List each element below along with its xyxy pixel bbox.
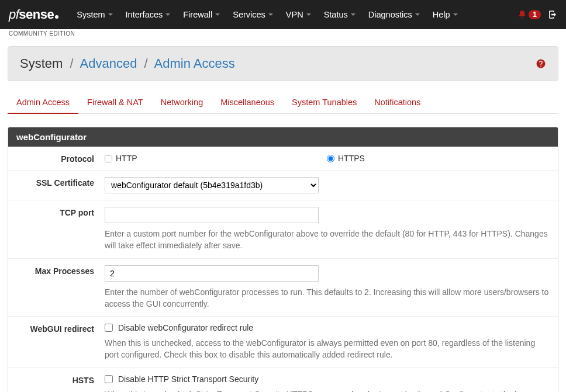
caret-down-icon (165, 13, 170, 16)
tab-label: Notifications (374, 98, 420, 107)
maxproc-help-text: Enter the number of webConfigurator proc… (105, 286, 549, 310)
main-nav: System Interfaces Firewall Services VPN … (70, 1, 464, 28)
nav-label: Diagnostics (368, 10, 412, 19)
nav-label: Firewall (183, 10, 212, 19)
tab-label: Miscellaneous (220, 98, 274, 107)
label-hsts: HSTS (8, 374, 105, 392)
crumb-admin-access[interactable]: Admin Access (154, 56, 235, 71)
radio-https[interactable] (327, 155, 334, 162)
help-circle-icon (536, 58, 546, 69)
label-tcp: TCP port (8, 207, 105, 252)
caret-down-icon (453, 13, 458, 16)
nav-label: Status (324, 10, 348, 19)
tab-label: Admin Access (16, 98, 70, 107)
ssl-certificate-select[interactable]: webConfigurator default (5b4e319a1fd3b) (105, 177, 319, 193)
redirect-content: Disable webConfigurator redirect rule Wh… (105, 323, 558, 361)
max-processes-input[interactable] (105, 265, 319, 282)
nav-label: Services (233, 10, 265, 19)
page-help-button[interactable] (536, 58, 546, 69)
row-tcp-port: TCP port Enter a custom port number for … (8, 200, 558, 259)
navbar-left: pfsense System Interfaces Firewall Servi… (9, 1, 464, 28)
disable-redirect-checkbox[interactable] (105, 324, 113, 332)
caret-down-icon (351, 13, 356, 16)
logout-icon (548, 10, 557, 19)
navbar-right: 1 (517, 10, 557, 19)
label-maxproc: Max Processes (8, 265, 105, 310)
caret-down-icon (108, 13, 113, 16)
panel-title: webConfigurator (8, 127, 558, 147)
disable-hsts-checkbox[interactable] (105, 375, 113, 383)
notification-count-badge: 1 (529, 10, 541, 19)
breadcrumb-sep: / (144, 56, 148, 71)
tcp-port-input[interactable] (105, 207, 319, 223)
maxproc-content: Enter the number of webConfigurator proc… (105, 265, 558, 310)
nav-label: VPN (286, 10, 303, 19)
hsts-checkbox-label[interactable]: Disable HTTP Strict Transport Security (118, 374, 258, 384)
tab-label: Networking (161, 98, 203, 107)
nav-vpn[interactable]: VPN (279, 1, 317, 28)
radio-http-icon (105, 155, 112, 162)
settings-tabs: Admin Access Firewall & NAT Networking M… (8, 92, 558, 114)
label-redirect: WebGUI redirect (8, 323, 105, 361)
edition-label: COMMUNITY EDITION (0, 29, 566, 38)
row-hsts: HSTS Disable HTTP Strict Transport Secur… (8, 368, 558, 392)
brand-sense: sense (19, 7, 54, 22)
nav-firewall[interactable]: Firewall (177, 1, 226, 28)
bell-icon (517, 10, 527, 19)
hsts-content: Disable HTTP Strict Transport Security W… (105, 374, 558, 392)
row-max-processes: Max Processes Enter the number of webCon… (8, 259, 558, 317)
nav-status[interactable]: Status (317, 1, 362, 28)
tab-label: Firewall & NAT (87, 98, 143, 107)
brand-pf: pf (9, 7, 19, 22)
nav-diagnostics[interactable]: Diagnostics (362, 1, 426, 28)
redirect-checkbox-label[interactable]: Disable webConfigurator redirect rule (118, 323, 253, 332)
protocol-options: HTTP HTTPS (105, 153, 558, 164)
crumb-advanced[interactable]: Advanced (80, 56, 137, 71)
notifications-button[interactable]: 1 (517, 10, 541, 19)
hsts-help-text: When this is unchecked, Strict-Transport… (105, 388, 549, 392)
row-ssl-certificate: SSL Certificate webConfigurator default … (8, 171, 558, 200)
protocol-https-option[interactable]: HTTPS (327, 153, 549, 164)
nav-services[interactable]: Services (226, 1, 279, 28)
ssl-content: webConfigurator default (5b4e319a1fd3b) (105, 177, 558, 193)
redirect-checkbox-row: Disable webConfigurator redirect rule (105, 323, 549, 332)
top-navbar: pfsense System Interfaces Firewall Servi… (0, 0, 566, 29)
hsts-checkbox-row: Disable HTTP Strict Transport Security (105, 374, 549, 384)
label-protocol: Protocol (8, 153, 105, 164)
breadcrumb: System / Advanced / Admin Access (20, 56, 235, 71)
nav-label: Interfaces (126, 10, 163, 19)
tab-networking[interactable]: Networking (152, 92, 212, 113)
tab-label: System Tunables (292, 98, 357, 107)
protocol-http-option[interactable]: HTTP (105, 153, 327, 164)
logout-button[interactable] (548, 10, 557, 19)
brand-logo[interactable]: pfsense (9, 7, 58, 22)
caret-down-icon (306, 13, 311, 16)
row-protocol: Protocol HTTP HTTPS (8, 147, 558, 171)
tab-notifications[interactable]: Notifications (365, 92, 429, 113)
brand-dot-icon (55, 15, 58, 19)
tab-admin-access[interactable]: Admin Access (8, 92, 78, 114)
tab-system-tunables[interactable]: System Tunables (283, 92, 365, 113)
protocol-https-label: HTTPS (338, 154, 365, 163)
caret-down-icon (215, 13, 220, 16)
row-webgui-redirect: WebGUI redirect Disable webConfigurator … (8, 317, 558, 368)
nav-interfaces[interactable]: Interfaces (119, 1, 177, 28)
caret-down-icon (415, 13, 420, 16)
redirect-help-text: When this is unchecked, access to the we… (105, 337, 549, 361)
nav-help[interactable]: Help (426, 1, 464, 28)
label-ssl: SSL Certificate (8, 177, 105, 193)
page-container: System / Advanced / Admin Access Admin A… (0, 46, 566, 392)
caret-down-icon (268, 13, 273, 16)
nav-system[interactable]: System (70, 1, 119, 28)
tab-miscellaneous[interactable]: Miscellaneous (212, 92, 283, 113)
tab-firewall-nat[interactable]: Firewall & NAT (78, 92, 152, 113)
tcp-help-text: Enter a custom port number for the webCo… (105, 228, 549, 252)
protocol-http-label: HTTP (116, 154, 137, 163)
breadcrumb-sep: / (70, 56, 73, 71)
crumb-system[interactable]: System (20, 56, 63, 71)
nav-label: System (77, 10, 105, 19)
tcp-content: Enter a custom port number for the webCo… (105, 207, 558, 252)
nav-label: Help (433, 10, 450, 19)
webconfigurator-panel: webConfigurator Protocol HTTP HTTPS SSL … (8, 127, 558, 392)
page-header: System / Advanced / Admin Access (8, 46, 558, 81)
